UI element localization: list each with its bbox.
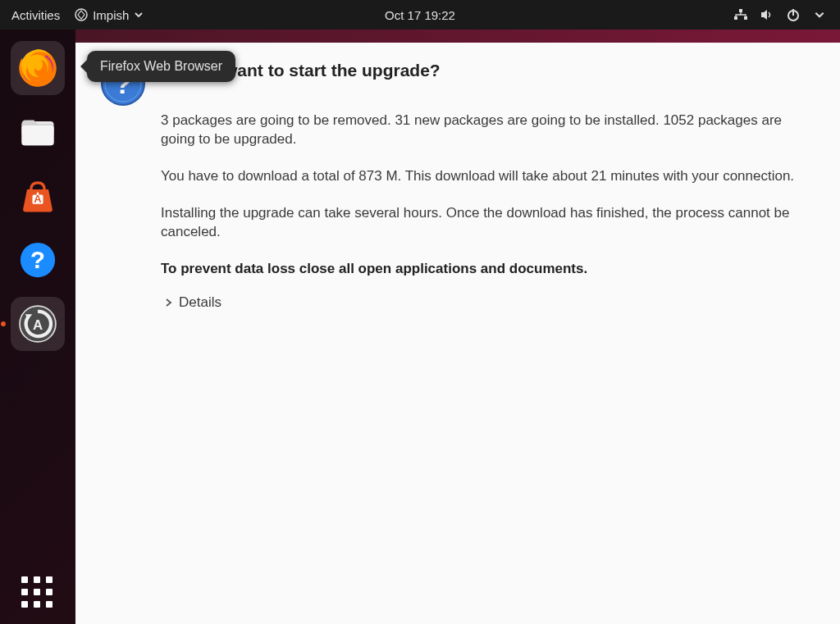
show-applications-button[interactable] xyxy=(21,576,54,609)
svg-rect-8 xyxy=(22,125,54,145)
dialog-title: Do you want to start the upgrade? xyxy=(161,59,807,82)
volume-icon[interactable] xyxy=(760,7,774,22)
dock-item-help[interactable]: ? xyxy=(11,233,65,287)
dialog-paragraph-1: 3 packages are going to be removed. 31 n… xyxy=(161,112,807,149)
app-menu-label: Impish xyxy=(93,8,129,22)
window-titlebar-bg xyxy=(75,30,840,43)
system-tray xyxy=(733,7,840,22)
svg-rect-2 xyxy=(734,16,737,20)
upgrade-dialog: ? Do you want to start the upgrade? 3 pa… xyxy=(75,39,840,624)
svg-text:A: A xyxy=(33,317,43,333)
tooltip-text: Firefox Web Browser xyxy=(100,59,222,73)
svg-rect-3 xyxy=(744,16,747,20)
dock-item-software-updater[interactable]: A xyxy=(11,297,65,351)
network-icon[interactable] xyxy=(733,7,748,22)
chevron-down-icon xyxy=(134,8,144,22)
dock-item-firefox[interactable] xyxy=(11,41,65,95)
dock: A ? A xyxy=(0,30,75,624)
dock-item-software[interactable]: A xyxy=(11,169,65,223)
details-expander[interactable]: Details xyxy=(164,294,807,312)
chevron-right-icon xyxy=(164,294,174,312)
dock-item-files[interactable] xyxy=(11,105,65,159)
dialog-paragraph-3: Installing the upgrade can take several … xyxy=(161,204,807,242)
dialog-warning: To prevent data loss close all open appl… xyxy=(161,260,807,279)
dialog-body: ? Do you want to start the upgrade? 3 pa… xyxy=(75,39,840,624)
dialog-content: Do you want to start the upgrade? 3 pack… xyxy=(161,59,815,608)
dialog-paragraph-2: You have to download a total of 873 M. T… xyxy=(161,167,807,186)
svg-text:A: A xyxy=(34,193,42,205)
details-label: Details xyxy=(179,294,221,312)
top-bar: Activities Impish Oct 17 19:22 xyxy=(0,0,840,30)
chevron-down-icon[interactable] xyxy=(812,7,827,22)
dock-running-indicator xyxy=(1,321,6,326)
top-bar-left: Activities Impish xyxy=(0,8,144,22)
dock-tooltip: Firefox Web Browser xyxy=(87,51,235,82)
power-icon[interactable] xyxy=(786,7,801,22)
clock[interactable]: Oct 17 19:22 xyxy=(385,8,455,22)
app-menu-button[interactable]: Impish xyxy=(75,8,144,22)
svg-text:?: ? xyxy=(30,247,45,273)
svg-rect-1 xyxy=(739,9,742,12)
activities-button[interactable]: Activities xyxy=(11,8,60,22)
app-menu-icon xyxy=(75,8,88,21)
